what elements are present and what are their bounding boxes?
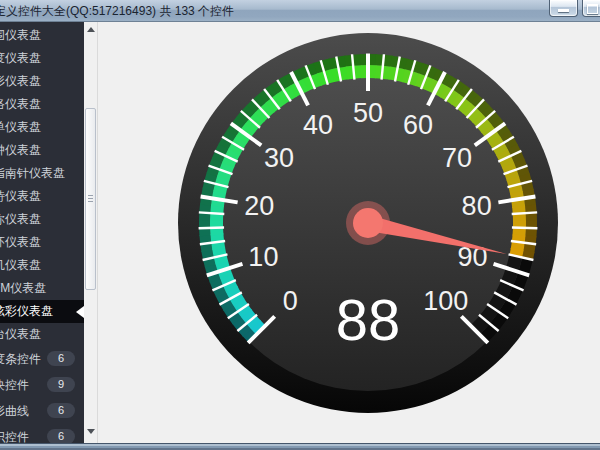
- count-badge: 9: [47, 377, 75, 392]
- selected-marker-icon: [76, 306, 84, 318]
- sidebar-item-label: 形仪表盘: [0, 70, 41, 93]
- sidebar-item-label: 指南针仪表盘: [0, 162, 65, 185]
- gauge-hub: [353, 208, 383, 238]
- sidebar-item-label: 度仪表盘: [0, 47, 41, 70]
- gauge-scale-label: 0: [283, 286, 298, 316]
- sidebar-item[interactable]: 度条控件6: [0, 346, 84, 372]
- sidebar-item-label: 块控件: [0, 372, 29, 398]
- colorful-gauge: 010203040506070809010088: [98, 22, 600, 443]
- sidebar-item[interactable]: 识控件6: [0, 424, 84, 443]
- sidebar-item[interactable]: 机仪表盘: [0, 254, 84, 277]
- gauge-scale-label: 20: [244, 191, 274, 221]
- sidebar-item-label: 环仪表盘: [0, 231, 41, 254]
- gauge-scale-label: 50: [353, 98, 383, 128]
- gauge-scale-label: 70: [442, 143, 472, 173]
- sidebar-item-label: 形曲线: [0, 398, 29, 424]
- scrollbar-grip-icon: [88, 195, 93, 204]
- count-badge: 6: [47, 351, 75, 366]
- sidebar-item-label: 钟仪表盘: [0, 139, 41, 162]
- sidebar-item-label: 炫彩仪表盘: [0, 300, 53, 323]
- minimize-button[interactable]: [549, 0, 578, 17]
- sidebar-item-label: 识控件: [0, 424, 29, 443]
- scrollbar-thumb[interactable]: [85, 108, 96, 290]
- sidebar-item[interactable]: 度仪表盘: [0, 47, 84, 70]
- maximize-button[interactable]: [582, 0, 600, 17]
- sidebar-item-label: 台仪表盘: [0, 323, 41, 346]
- sidebar-item[interactable]: 待仪表盘: [0, 185, 84, 208]
- count-badge: 6: [47, 429, 75, 443]
- gauge-scale-label: 100: [423, 286, 468, 316]
- gauge-scale-label: 40: [303, 110, 333, 140]
- maximize-icon: [587, 4, 598, 14]
- gauge-value-text: 88: [336, 287, 401, 352]
- sidebar-item[interactable]: 环仪表盘: [0, 231, 84, 254]
- sidebar-item-label: 度条控件: [0, 346, 41, 372]
- sidebar-item-label: 机仪表盘: [0, 254, 41, 277]
- sidebar-item-label: 你仪表盘: [0, 208, 41, 231]
- sidebar-item[interactable]: 你仪表盘: [0, 208, 84, 231]
- sidebar-nav: 围仪表盘度仪表盘形仪表盘络仪表盘单仪表盘钟仪表盘指南针仪表盘待仪表盘你仪表盘环仪…: [0, 22, 84, 443]
- sidebar-item[interactable]: 指南针仪表盘: [0, 162, 84, 185]
- sidebar-item[interactable]: 炫彩仪表盘: [0, 300, 84, 323]
- titlebar: 定义控件大全(QQ:517216493) 共 133 个控件: [0, 0, 600, 22]
- gauge-scale-label: 60: [403, 110, 433, 140]
- sidebar-item[interactable]: 台仪表盘: [0, 323, 84, 346]
- sidebar-item[interactable]: 络仪表盘: [0, 93, 84, 116]
- sidebar-item-label: 单仪表盘: [0, 116, 41, 139]
- sidebar-item[interactable]: FM仪表盘: [0, 277, 84, 300]
- main-panel: 010203040506070809010088: [98, 22, 600, 443]
- sidebar-item[interactable]: 钟仪表盘: [0, 139, 84, 162]
- sidebar-item[interactable]: 形仪表盘: [0, 70, 84, 93]
- sidebar-item-label: 围仪表盘: [0, 24, 41, 47]
- sidebar-item[interactable]: 块控件9: [0, 372, 84, 398]
- scroll-up-arrow-icon[interactable]: [84, 22, 97, 38]
- sidebar-item[interactable]: 形曲线6: [0, 398, 84, 424]
- gauge-scale-label: 80: [462, 191, 492, 221]
- sidebar-item[interactable]: 围仪表盘: [0, 24, 84, 47]
- sidebar-scrollbar[interactable]: [84, 22, 98, 443]
- sidebar-item-label: 络仪表盘: [0, 93, 41, 116]
- gauge-scale-label: 30: [264, 143, 294, 173]
- gauge-scale-label: 10: [248, 242, 278, 272]
- window-title: 定义控件大全(QQ:517216493) 共 133 个控件: [0, 3, 234, 20]
- sidebar-item-label: FM仪表盘: [0, 277, 46, 300]
- scroll-down-arrow-icon[interactable]: [84, 423, 97, 439]
- count-badge: 6: [47, 403, 75, 418]
- sidebar-item-label: 待仪表盘: [0, 185, 41, 208]
- sidebar-item[interactable]: 单仪表盘: [0, 116, 84, 139]
- minimize-icon: [558, 9, 569, 12]
- window-bottom-border: [0, 443, 600, 450]
